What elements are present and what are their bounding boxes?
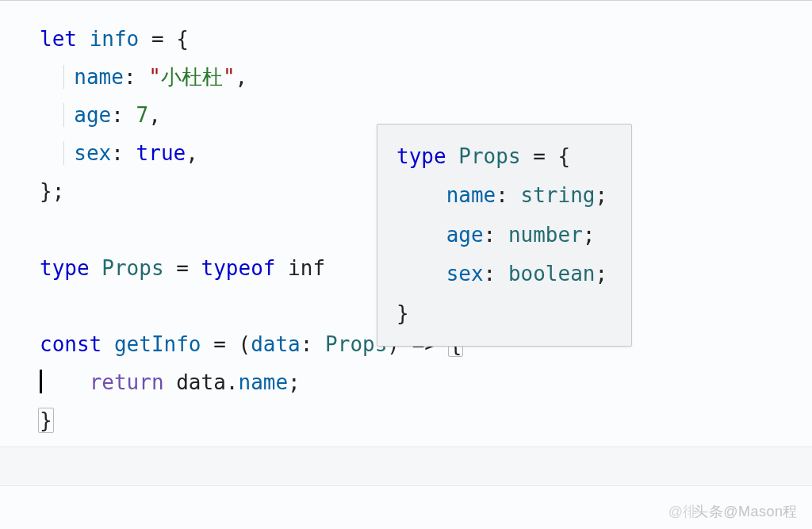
prop-access: name (238, 370, 288, 394)
keyword-typeof: typeof (201, 256, 276, 280)
text-cursor (40, 370, 42, 393)
tooltip-line: type Props = { (396, 137, 607, 176)
current-line-highlight (0, 447, 812, 486)
keyword-type: type (40, 256, 90, 280)
code-line: let info = { (40, 20, 812, 58)
prop-name: name (74, 65, 124, 89)
code-line: } (40, 401, 812, 439)
tooltip-line: } (396, 294, 607, 333)
watermark-right: 头条@Mason程 (694, 502, 798, 521)
function-getinfo: getInfo (114, 332, 201, 356)
keyword-const: const (40, 332, 102, 356)
tooltip-line: age: number; (396, 216, 607, 255)
string-value: 小杜杜 (161, 65, 223, 89)
keyword-let: let (40, 27, 77, 51)
watermark-left: @徘 (668, 502, 697, 521)
variable-info: info (90, 27, 140, 51)
prop-age: age (74, 103, 111, 127)
param-data: data (251, 332, 301, 356)
type-props: Props (102, 256, 163, 280)
tooltip-line: name: string; (396, 176, 607, 215)
tooltip-line: sex: boolean; (396, 255, 607, 293)
boolean-value: true (136, 141, 186, 165)
code-line: return data.name; (40, 363, 812, 401)
prop-sex: sex (74, 141, 111, 165)
type-hover-tooltip: type Props = { name: string; age: number… (377, 124, 632, 347)
code-line: name: "小杜杜", (40, 58, 812, 96)
bracket-close: } (38, 408, 54, 433)
number-value: 7 (136, 103, 149, 127)
keyword-return: return (90, 370, 164, 394)
